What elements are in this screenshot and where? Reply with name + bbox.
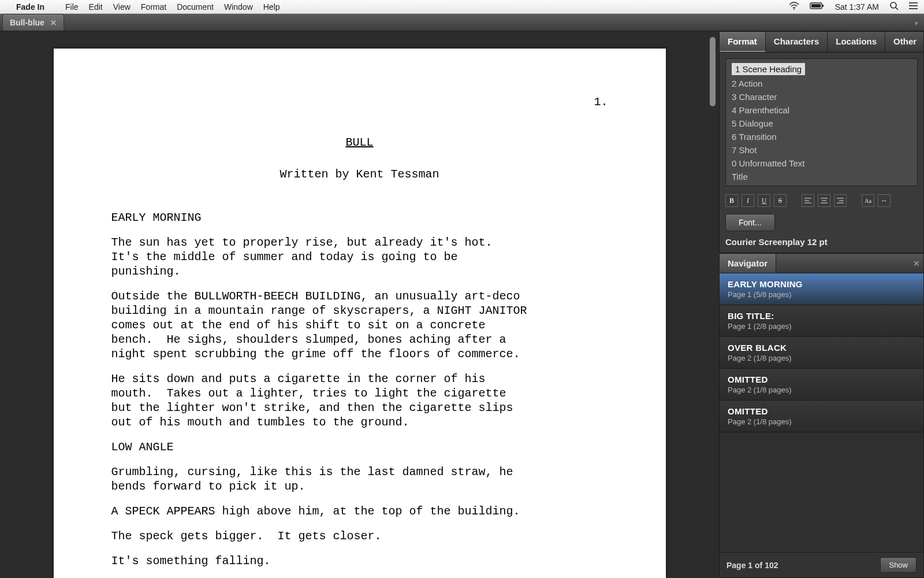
navigator-item-sub: Page 2 (1/8 pages) [728, 354, 915, 362]
vertical-scrollbar[interactable] [709, 37, 717, 572]
menu-edit[interactable]: Edit [89, 2, 103, 12]
action-block[interactable]: The sun has yet to properly rise, but al… [111, 235, 608, 279]
navigator-item-sub: Page 2 (1/8 pages) [728, 417, 915, 426]
svg-point-10 [909, 5, 910, 6]
strikethrough-button[interactable]: S [774, 194, 787, 207]
text-case-button[interactable]: Aa [862, 194, 874, 207]
action-block[interactable]: The speck gets bigger. It gets closer. [111, 529, 608, 543]
format-item[interactable]: 7 Shot [726, 143, 917, 157]
document-tab[interactable]: Bull-blue ✕ [2, 14, 64, 31]
scene-heading[interactable]: LOW ANGLE [111, 440, 608, 454]
menu-document[interactable]: Document [177, 2, 214, 12]
action-block[interactable]: Outside the BULLWORTH-BEECH BUILDING, an… [111, 289, 608, 361]
navigator-item[interactable]: OMITTEDPage 2 (1/8 pages) [720, 369, 923, 401]
tab-format[interactable]: Format [720, 32, 766, 52]
format-item[interactable]: 5 Dialogue [726, 117, 917, 130]
action-block[interactable]: A SPECK APPEARS high above him, at the t… [111, 504, 608, 518]
tab-locations[interactable]: Locations [828, 32, 885, 52]
navigator-item-title: OMITTED [728, 406, 915, 416]
script-byline: Written by Kent Tessman [111, 167, 608, 181]
svg-rect-3 [822, 5, 824, 7]
navigator-item-title: EARLY MORNING [728, 279, 915, 289]
format-element-list: 1 Scene Heading2 Action3 Character4 Pare… [725, 58, 918, 186]
font-button[interactable]: Font... [725, 214, 775, 231]
format-panel-tabs: FormatCharactersLocationsOther ✕ [720, 32, 923, 53]
svg-rect-2 [811, 4, 821, 8]
spacing-button[interactable]: ↔ [878, 194, 891, 207]
format-item[interactable]: 1 Scene Heading [732, 63, 805, 75]
spotlight-icon[interactable] [889, 1, 899, 12]
tab-other[interactable]: Other [885, 32, 924, 52]
clock[interactable]: Sat 1:37 AM [835, 2, 879, 12]
navigator-item[interactable]: OMITTEDPage 2 (1/8 pages) [720, 401, 923, 432]
menu-window[interactable]: Window [224, 2, 253, 12]
navigator-item[interactable]: BIG TITLE:Page 1 (2/8 pages) [720, 305, 923, 337]
format-item[interactable]: 0 Unformatted Text [726, 157, 917, 170]
format-item[interactable]: 6 Transition [726, 130, 917, 143]
menu-help[interactable]: Help [263, 2, 280, 12]
script-page[interactable]: 1. BULL Written by Kent Tessman EARLY MO… [54, 49, 666, 578]
navigator-page-status: Page 1 of 102 [726, 561, 778, 570]
navigator-item-title: BIG TITLE: [728, 311, 915, 321]
page-number: 1. [111, 95, 608, 109]
svg-point-4 [891, 2, 896, 8]
scroll-thumb[interactable] [710, 37, 716, 106]
navigator-item-sub: Page 1 (2/8 pages) [728, 322, 915, 331]
format-item[interactable]: 3 Character [726, 90, 917, 103]
navigator-title[interactable]: Navigator [720, 254, 776, 273]
svg-point-0 [793, 9, 795, 10]
italic-button[interactable]: I [742, 194, 754, 207]
menu-format[interactable]: Format [141, 2, 166, 12]
document-tab-label: Bull-blue [10, 18, 44, 27]
align-center-button[interactable] [818, 194, 830, 207]
document-tabbar: Bull-blue ✕ ▾ [0, 14, 924, 31]
navigator-list: EARLY MORNINGPage 1 (5/8 pages)BIG TITLE… [720, 273, 923, 552]
format-panel: FormatCharactersLocationsOther ✕ 1 Scene… [719, 31, 924, 253]
svg-point-9 [909, 2, 910, 3]
show-button[interactable]: Show [880, 557, 916, 573]
svg-line-5 [896, 8, 898, 10]
format-toolbar: B I U S Aa ↔ [725, 194, 918, 207]
navigator-item-sub: Page 1 (5/8 pages) [728, 290, 915, 299]
navigator-item[interactable]: EARLY MORNINGPage 1 (5/8 pages) [720, 273, 923, 305]
navigator-item-sub: Page 2 (1/8 pages) [728, 386, 915, 394]
format-item[interactable]: 2 Action [726, 77, 917, 90]
navigator-panel: Navigator ✕ EARLY MORNINGPage 1 (5/8 pag… [719, 253, 924, 578]
menu-view[interactable]: View [113, 2, 131, 12]
wifi-icon[interactable] [789, 2, 799, 12]
underline-button[interactable]: U [758, 194, 770, 207]
svg-point-11 [909, 8, 910, 9]
action-block[interactable]: He sits down and puts a cigarette in the… [111, 372, 608, 429]
notification-center-icon[interactable] [909, 2, 918, 12]
tabbar-collapse-icon[interactable]: ▾ [909, 16, 924, 31]
format-item[interactable]: Title [726, 170, 917, 183]
script-title: BULL [111, 135, 608, 150]
editor-area[interactable]: 1. BULL Written by Kent Tessman EARLY MO… [0, 31, 719, 578]
menu-file[interactable]: File [65, 2, 79, 12]
action-block[interactable]: Grumbling, cursing, like this is the las… [111, 465, 608, 494]
mac-menubar: Fade In FileEditViewFormatDocumentWindow… [0, 0, 924, 14]
battery-icon[interactable] [810, 2, 825, 12]
navigator-item-title: OVER BLACK [728, 343, 915, 353]
scene-heading[interactable]: EARLY MORNING [111, 210, 608, 225]
bold-button[interactable]: B [725, 194, 738, 207]
close-icon[interactable]: ✕ [50, 18, 57, 27]
align-right-button[interactable] [834, 194, 847, 207]
navigator-item[interactable]: OVER BLACKPage 2 (1/8 pages) [720, 337, 923, 369]
font-label: Courier Screenplay 12 pt [725, 237, 918, 247]
tab-characters[interactable]: Characters [766, 32, 828, 52]
navigator-item-title: OMITTED [728, 375, 915, 384]
action-block[interactable]: It's something falling. [111, 554, 608, 568]
format-item[interactable]: 4 Parenthetical [726, 103, 917, 117]
app-name[interactable]: Fade In [16, 2, 44, 12]
align-left-button[interactable] [802, 194, 814, 207]
close-panel-icon[interactable]: ✕ [910, 259, 923, 268]
